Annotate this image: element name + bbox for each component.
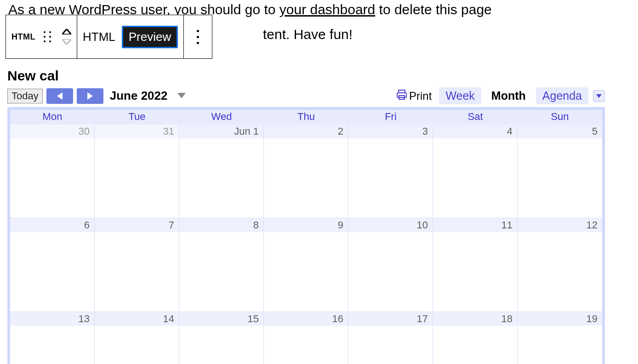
- print-label: Print: [409, 90, 432, 102]
- day-header: Mon: [10, 110, 95, 125]
- view-agenda-button[interactable]: Agenda: [536, 87, 588, 104]
- block-toolbar: HTML HTML Preview: [6, 15, 212, 59]
- intro-text-line2: tent. Have fun!: [263, 27, 353, 42]
- day-header: Sun: [518, 110, 602, 125]
- date-label: 12: [518, 218, 602, 232]
- calendar-cell[interactable]: 8: [179, 218, 264, 312]
- html-mode-button[interactable]: HTML: [83, 30, 115, 44]
- calendar-cell[interactable]: 30: [10, 125, 95, 218]
- date-label: 30: [10, 125, 94, 138]
- move-down-icon[interactable]: [62, 39, 71, 45]
- date-label: 4: [433, 125, 517, 138]
- calendar-cell[interactable]: 19: [518, 312, 602, 364]
- calendar-controls: Today June 2022 Print Week Month Agenda: [7, 87, 605, 104]
- date-label: 7: [95, 218, 179, 232]
- calendar-cell[interactable]: 15: [179, 312, 264, 364]
- preview-mode-button[interactable]: Preview: [122, 26, 178, 48]
- block-mode-segment: HTML Preview: [77, 15, 184, 58]
- calendar-cell[interactable]: 10: [348, 218, 433, 312]
- date-label: Jun 1: [179, 125, 263, 138]
- more-options-icon[interactable]: [189, 30, 206, 44]
- calendar-cell[interactable]: 5: [518, 125, 602, 218]
- printer-icon: [396, 89, 407, 103]
- calendar-title: New cal: [7, 68, 605, 84]
- dashboard-link[interactable]: your dashboard: [279, 2, 375, 17]
- date-label: 10: [348, 218, 433, 232]
- calendar-cell[interactable]: 16: [264, 312, 348, 364]
- calendar-cell[interactable]: 12: [518, 218, 602, 312]
- day-header: Tue: [95, 110, 179, 125]
- today-button[interactable]: Today: [7, 89, 43, 103]
- block-options-segment: [184, 15, 212, 58]
- day-header: Thu: [264, 110, 348, 125]
- intro-text-post: to delete this page: [375, 2, 492, 17]
- day-header: Sat: [433, 110, 518, 125]
- calendar-cell[interactable]: 4: [433, 125, 518, 218]
- date-label: 2: [264, 125, 348, 138]
- date-label: 9: [264, 218, 348, 232]
- date-label: 5: [518, 125, 602, 138]
- move-arrows: [62, 29, 71, 45]
- calendar-cell[interactable]: 31: [95, 125, 179, 218]
- date-label: 16: [264, 312, 348, 326]
- next-month-button[interactable]: [77, 88, 103, 104]
- calendar-cell[interactable]: 9: [264, 218, 348, 312]
- calendar-cell[interactable]: 6: [10, 218, 95, 312]
- print-button[interactable]: Print: [396, 89, 432, 103]
- month-year-label: June 2022: [110, 89, 168, 103]
- date-label: 13: [10, 312, 94, 326]
- day-header: Fri: [348, 110, 433, 125]
- date-label: 31: [95, 125, 179, 138]
- move-up-icon[interactable]: [62, 29, 71, 34]
- date-label: 19: [518, 312, 602, 326]
- date-label: 18: [433, 312, 517, 326]
- date-label: 17: [348, 312, 433, 326]
- day-header: Wed: [179, 110, 264, 125]
- drag-handle-icon[interactable]: [44, 31, 51, 42]
- date-label: 8: [179, 218, 263, 232]
- calendar-header-row: Mon Tue Wed Thu Fri Sat Sun: [10, 110, 602, 125]
- calendar-cell[interactable]: 11: [433, 218, 518, 312]
- view-week-button[interactable]: Week: [439, 87, 481, 104]
- calendar-grid: Mon Tue Wed Thu Fri Sat Sun 3031Jun 1234…: [7, 107, 605, 364]
- calendar-cell[interactable]: Jun 1: [179, 125, 264, 218]
- calendar-cell[interactable]: 2: [264, 125, 348, 218]
- date-label: 6: [10, 218, 94, 232]
- month-dropdown-icon[interactable]: [177, 92, 186, 100]
- calendar-cell[interactable]: 7: [95, 218, 179, 312]
- calendar-cell[interactable]: 13: [10, 312, 95, 364]
- date-label: 11: [433, 218, 517, 232]
- block-type-segment: HTML: [6, 15, 77, 58]
- date-label: 15: [179, 312, 263, 326]
- calendar-body: 3031Jun 12345678910111213141516171819: [10, 125, 602, 364]
- view-month-button[interactable]: Month: [485, 87, 532, 104]
- prev-month-button[interactable]: [46, 88, 73, 104]
- block-type-chip[interactable]: HTML: [11, 32, 35, 42]
- calendar-cell[interactable]: 18: [433, 312, 518, 364]
- agenda-dropdown-icon[interactable]: [593, 90, 605, 102]
- date-label: 14: [95, 312, 179, 326]
- date-label: 3: [348, 125, 433, 138]
- calendar-cell[interactable]: 14: [95, 312, 179, 364]
- calendar-block: New cal Today June 2022 Print Week Mo: [7, 68, 605, 364]
- calendar-cell[interactable]: 17: [348, 312, 433, 364]
- calendar-cell[interactable]: 3: [348, 125, 433, 218]
